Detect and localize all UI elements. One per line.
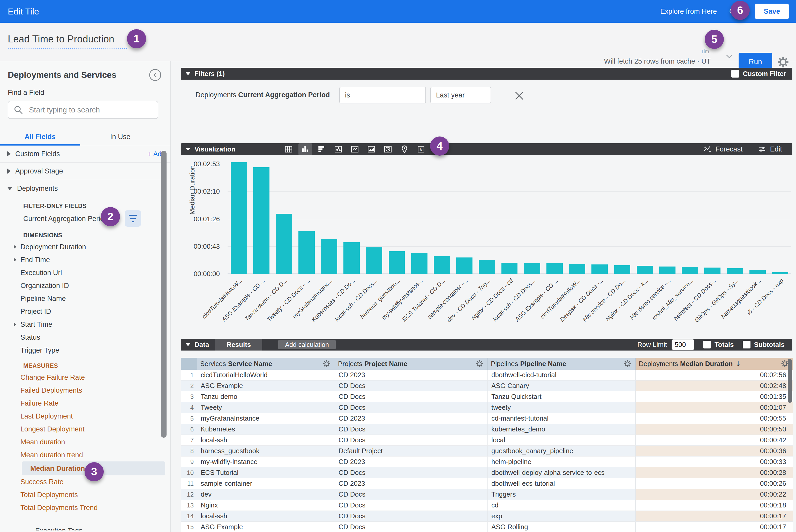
table-row[interactable]: 7 local-ssh CD Docs local 00:00:42 [181, 435, 793, 446]
project-cell[interactable]: CD Docs [335, 511, 488, 521]
bar[interactable] [611, 155, 633, 274]
duration-cell[interactable]: 00:02:56 [636, 370, 793, 380]
service-cell[interactable]: local-ssh [197, 511, 335, 521]
duration-cell[interactable]: 00:02:48 [636, 381, 793, 391]
chevron-down-icon[interactable] [726, 53, 733, 58]
bar[interactable] [318, 155, 340, 274]
tile-title-input[interactable]: Lead Time to Production [8, 34, 127, 50]
table-scrollbar[interactable] [788, 359, 792, 403]
pipeline-cell[interactable]: helm-pipeline [488, 457, 636, 467]
forecast-button[interactable]: Forecast [703, 145, 742, 153]
sidebar-dimension[interactable]: Deployment Duration [0, 241, 170, 253]
pipeline-cell[interactable]: tweety [488, 402, 636, 413]
scatterplot-icon[interactable] [332, 143, 345, 155]
table-row[interactable]: 15 ASG Example CD Docs ASG Rolling 00:00… [181, 522, 793, 532]
table-row[interactable]: 13 Nginx CD Docs cd 00:00:18 [181, 500, 793, 511]
line-chart-icon[interactable] [348, 143, 362, 155]
service-cell[interactable]: local-ssh [197, 435, 335, 445]
duration-cell[interactable]: 00:00:18 [636, 500, 793, 511]
sidebar-group-deployments[interactable]: Deployments 2 [0, 180, 170, 197]
filter-value-input[interactable] [430, 87, 491, 103]
column-header-median-duration[interactable]: DeploymentsMedian Duration ↓ [636, 358, 793, 370]
sidebar-measure[interactable]: Failed Deployments [0, 384, 170, 397]
bar[interactable] [295, 155, 318, 274]
duration-cell[interactable]: 00:01:07 [636, 402, 793, 413]
tab-all-fields[interactable]: All Fields [0, 130, 80, 145]
bar[interactable] [724, 155, 746, 274]
pipeline-cell[interactable]: cd [488, 500, 636, 511]
bar[interactable] [385, 155, 408, 274]
duration-cell[interactable]: 00:00:17 [636, 522, 793, 532]
pipeline-cell[interactable]: Tanzu Quickstart [488, 392, 636, 402]
bar[interactable] [498, 155, 521, 274]
project-cell[interactable]: CD 2023 [335, 478, 488, 489]
bar[interactable] [273, 155, 295, 274]
column-gear-icon[interactable] [623, 359, 632, 368]
duration-cell[interactable]: 00:00:28 [636, 468, 793, 478]
service-cell[interactable]: harness_guestbook [197, 446, 335, 456]
sidebar-measure[interactable]: Failure Rate [0, 397, 170, 410]
map-icon[interactable] [398, 143, 411, 155]
bar[interactable] [656, 155, 679, 274]
project-cell[interactable]: CD Docs [335, 392, 488, 402]
filter-operator-input[interactable] [339, 87, 426, 103]
pipeline-cell[interactable]: dbothwell-cicd-tutorial [488, 370, 636, 380]
filters-section-bar[interactable]: Filters (1) Custom Filter [181, 68, 792, 80]
service-cell[interactable]: myGrafanaInstance [197, 413, 335, 424]
collapse-visualization-icon[interactable] [186, 148, 190, 151]
field-search-input[interactable] [29, 106, 148, 114]
pipeline-cell[interactable]: Triggers [488, 489, 636, 500]
duration-cell[interactable]: 00:00:26 [636, 478, 793, 489]
project-cell[interactable]: Default Project [335, 446, 488, 456]
table-icon[interactable] [282, 143, 295, 155]
explore-from-here-button[interactable]: Explore from Here [660, 7, 717, 16]
collapse-filters-icon[interactable] [186, 72, 190, 75]
tab-results[interactable]: Results [215, 339, 262, 350]
service-cell[interactable]: Kubernetes [197, 424, 335, 435]
bar[interactable] [363, 155, 385, 274]
table-row[interactable]: 5 myGrafanaInstance CD 2023 cd-manifest-… [181, 413, 793, 424]
bar[interactable] [543, 155, 566, 274]
table-row[interactable]: 12 dev CD Docs Triggers 00:00:22 [181, 489, 793, 500]
area-chart-icon[interactable] [365, 143, 378, 155]
duration-cell[interactable]: 00:01:35 [636, 392, 793, 402]
field-search-box[interactable] [8, 101, 158, 119]
sidebar-scrollbar[interactable] [161, 151, 167, 438]
bar[interactable] [227, 155, 250, 274]
sidebar-dimension[interactable]: End Time [0, 253, 170, 266]
sidebar-group-custom-fields[interactable]: Custom Fields + Add [0, 145, 170, 162]
service-cell[interactable]: ASG Example [197, 522, 335, 532]
data-section-bar[interactable]: Data Results Add calculation Row Limit T… [181, 339, 792, 350]
table-row[interactable]: 2 ASG Example CD Docs ASG Canary 00:02:4… [181, 381, 793, 392]
project-cell[interactable]: CD Docs [335, 500, 488, 511]
table-row[interactable]: 8 harness_guestbook Default Project gues… [181, 446, 793, 457]
bar[interactable] [769, 155, 791, 274]
table-row[interactable]: 11 sample-container CD 2023 dbothwell-ec… [181, 478, 793, 489]
service-cell[interactable]: sample-container [197, 478, 335, 489]
bar[interactable] [250, 155, 273, 274]
single-value-icon[interactable]: 6 [414, 143, 428, 155]
sidebar-measure[interactable]: Last Deployment [0, 410, 170, 423]
project-cell[interactable]: CD 2023 [335, 413, 488, 424]
bar[interactable] [679, 155, 701, 274]
sidebar-measure[interactable]: Mean duration [0, 436, 170, 449]
bar[interactable] [634, 155, 656, 274]
timezone-label[interactable]: Tim [701, 49, 709, 55]
pipeline-cell[interactable]: local [488, 435, 636, 445]
pipeline-cell[interactable]: dbothwell-deploy-alpha-service-to-ecs [488, 468, 636, 478]
duration-cell[interactable]: 00:00:42 [636, 435, 793, 445]
bar[interactable] [701, 155, 724, 274]
project-cell[interactable]: CD Docs [335, 435, 488, 445]
column-gear-icon[interactable] [475, 359, 484, 368]
bar[interactable] [408, 155, 430, 274]
pie-chart-icon[interactable] [381, 143, 395, 155]
sidebar-dimension[interactable]: Pipeline Name [0, 292, 170, 305]
pipeline-cell[interactable]: ASG Rolling [488, 522, 636, 532]
collapse-sidebar-button[interactable] [149, 69, 161, 81]
project-cell[interactable]: CD Docs [335, 468, 488, 478]
service-cell[interactable]: my-wildfly-instance [197, 457, 335, 467]
project-cell[interactable]: CD Docs [335, 522, 488, 532]
bar[interactable] [453, 155, 476, 274]
pipeline-cell[interactable]: guestbook_canary_pipeline [488, 446, 636, 456]
column-gear-icon[interactable] [322, 359, 331, 368]
